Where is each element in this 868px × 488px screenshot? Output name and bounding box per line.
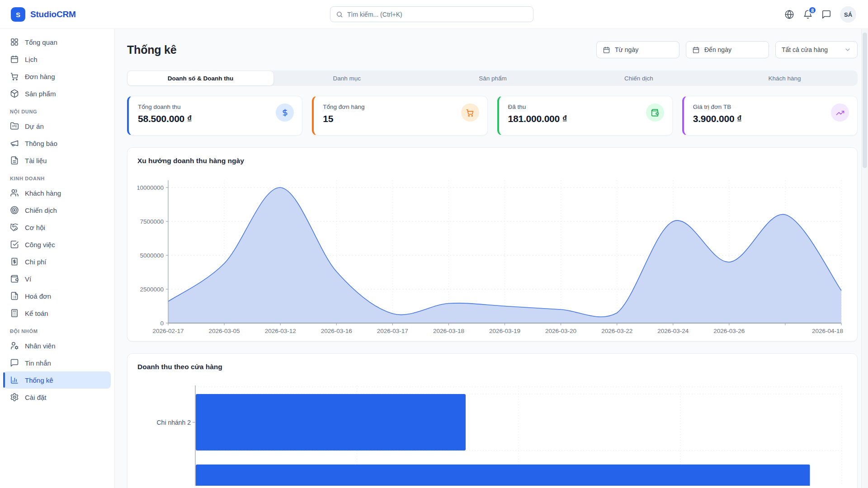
svg-text:5000000: 5000000 xyxy=(140,252,164,259)
sidebar-item-label: Công việc xyxy=(25,241,55,249)
stat-value: 3.900.000 ₫ xyxy=(693,113,848,124)
sidebar-item-label: Dự án xyxy=(25,122,44,130)
sidebar-item-lich[interactable]: Lịch xyxy=(4,51,111,68)
calendar-icon xyxy=(10,55,19,64)
sidebar-item-vi[interactable]: Ví xyxy=(4,270,111,287)
calendar-icon xyxy=(692,46,700,54)
daily-revenue-area-chart: 1000000075000005000000250000002026-02-17… xyxy=(137,178,847,337)
sidebar-item-tin-nhan[interactable]: Tin nhắn xyxy=(4,354,111,371)
handshake-icon xyxy=(10,223,19,232)
chevron-down-icon xyxy=(844,46,851,53)
sidebar-item-label: Tin nhắn xyxy=(25,359,51,367)
sidebar-item-cong-viec[interactable]: Công việc xyxy=(4,236,111,253)
to-date-input[interactable]: Đến ngày xyxy=(686,41,769,58)
calculator-icon xyxy=(10,309,19,318)
trending-up-icon xyxy=(831,103,849,122)
sidebar-item-cai-dat[interactable]: Cài đặt xyxy=(4,389,111,406)
sidebar-item-label: Tài liệu xyxy=(25,157,47,164)
search-icon xyxy=(336,11,343,18)
tab-chien-dich[interactable]: Chiến dịch xyxy=(566,70,712,86)
sidebar-item-label: Đơn hàng xyxy=(25,73,55,80)
brand: S StudioCRM xyxy=(11,7,76,22)
sidebar-item-du-an[interactable]: Dự án xyxy=(4,117,111,135)
sidebar-item-ke-toan[interactable]: Kế toán xyxy=(4,305,111,322)
wallet-icon xyxy=(646,103,664,122)
page-scrollbar[interactable] xyxy=(861,29,868,488)
main-content: Thống kê Từ ngày Đến ngày Tất cả cửa hàn… xyxy=(115,29,861,488)
sidebar-item-label: Thông báo xyxy=(25,140,57,147)
stat-label: Tổng doanh thu xyxy=(138,103,293,110)
from-date-label: Từ ngày xyxy=(615,46,638,53)
sidebar-section-doi-nhom: ĐỘI NHÓM xyxy=(0,322,114,337)
topbar-actions: 8 SÁ xyxy=(784,0,856,29)
page-title: Thống kê xyxy=(127,43,177,56)
search-input[interactable] xyxy=(347,11,528,18)
sidebar-item-nhan-vien[interactable]: Nhân viên xyxy=(4,337,111,354)
global-search[interactable] xyxy=(330,6,533,22)
receipt-dollar-icon xyxy=(10,257,19,266)
svg-text:Chi nhánh 2: Chi nhánh 2 xyxy=(156,419,191,426)
sidebar-item-label: Ví xyxy=(25,275,31,283)
stat-card-gia-tri-don-tb: Giá trị đơn TB 3.900.000 ₫ xyxy=(682,96,858,136)
svg-text:2026-03-22: 2026-03-22 xyxy=(601,328,632,334)
layout-grid-icon xyxy=(10,38,19,47)
bar-chart-title: Doanh thu theo cửa hàng xyxy=(137,363,850,371)
check-square-icon xyxy=(10,240,19,249)
shopping-cart-icon xyxy=(10,72,19,81)
svg-text:2026-03-26: 2026-03-26 xyxy=(713,328,745,334)
stat-card-tong-doanh-thu: Tổng doanh thu 58.500.000 ₫ xyxy=(127,96,302,136)
user-avatar[interactable]: SÁ xyxy=(840,6,856,23)
tab-khach-hang[interactable]: Khách hàng xyxy=(712,70,858,86)
stat-cards: Tổng doanh thu 58.500.000 ₫ Tổng đơn hàn… xyxy=(127,96,858,136)
store-select-value: Tất cả cửa hàng xyxy=(782,46,828,53)
filters: Từ ngày Đến ngày Tất cả cửa hàng xyxy=(596,41,858,58)
sidebar-item-label: Hoá đơn xyxy=(25,292,51,300)
target-icon xyxy=(10,206,19,215)
revenue-by-store-bar-chart: Chi nhánh 2 xyxy=(137,377,847,486)
svg-text:2026-04-18: 2026-04-18 xyxy=(812,328,843,334)
notification-badge: 8 xyxy=(808,6,816,14)
svg-text:7500000: 7500000 xyxy=(140,218,164,225)
cart-icon xyxy=(461,103,479,122)
tab-danh-muc[interactable]: Danh mục xyxy=(274,70,420,86)
sidebar-item-hoa-don[interactable]: Hoá đơn xyxy=(4,287,111,305)
sidebar-item-san-pham[interactable]: Sản phẩm xyxy=(4,85,111,102)
svg-text:0: 0 xyxy=(160,320,164,327)
sidebar-item-tai-lieu[interactable]: Tài liệu xyxy=(4,152,111,169)
svg-text:2026-03-16: 2026-03-16 xyxy=(321,328,352,334)
sidebar-item-thong-bao[interactable]: Thông báo xyxy=(4,135,111,152)
sidebar-item-label: Chiến dịch xyxy=(25,206,57,214)
sidebar-item-label: Cơ hội xyxy=(25,224,45,231)
messages-button[interactable] xyxy=(821,9,831,19)
store-select[interactable]: Tất cả cửa hàng xyxy=(775,41,858,58)
svg-text:10000000: 10000000 xyxy=(137,184,164,191)
svg-text:2026-03-24: 2026-03-24 xyxy=(657,328,689,334)
sidebar-item-don-hang[interactable]: Đơn hàng xyxy=(4,68,111,85)
app-logo[interactable]: S xyxy=(11,7,25,22)
bar-chart-icon xyxy=(10,375,19,385)
stat-value: 58.500.000 ₫ xyxy=(138,113,293,124)
tab-doanh-so-doanh-thu[interactable]: Doanh số & Doanh thu xyxy=(127,70,274,86)
stat-value: 15 xyxy=(323,113,478,124)
svg-text:2500000: 2500000 xyxy=(140,286,164,293)
tab-san-pham[interactable]: Sản phẩm xyxy=(420,70,566,86)
stat-value: 181.000.000 ₫ xyxy=(508,113,663,124)
sidebar-item-label: Kế toán xyxy=(25,310,48,317)
sidebar-item-tong-quan[interactable]: Tổng quan xyxy=(4,33,111,51)
sidebar-item-co-hoi[interactable]: Cơ hội xyxy=(4,219,111,236)
users-icon xyxy=(10,188,19,197)
sidebar-item-chi-phi[interactable]: Chi phí xyxy=(4,253,111,270)
svg-text:2026-03-20: 2026-03-20 xyxy=(545,328,576,334)
wallet-icon xyxy=(10,274,19,283)
sidebar-item-label: Chi phí xyxy=(25,258,47,266)
from-date-input[interactable]: Từ ngày xyxy=(596,41,679,58)
sidebar-item-chien-dich[interactable]: Chiến dịch xyxy=(4,202,111,219)
svg-text:2026-02-17: 2026-02-17 xyxy=(152,328,184,334)
notifications-button[interactable]: 8 xyxy=(803,9,813,19)
chat-icon xyxy=(821,9,831,19)
revenue-by-store-card: Doanh thu theo cửa hàng Chi nhánh 2 xyxy=(127,353,858,488)
scrollbar-thumb[interactable] xyxy=(863,33,867,168)
sidebar-item-thong-ke[interactable]: Thống kê xyxy=(4,371,111,389)
language-button[interactable] xyxy=(784,9,794,19)
sidebar-item-khach-hang[interactable]: Khách hàng xyxy=(4,184,111,202)
